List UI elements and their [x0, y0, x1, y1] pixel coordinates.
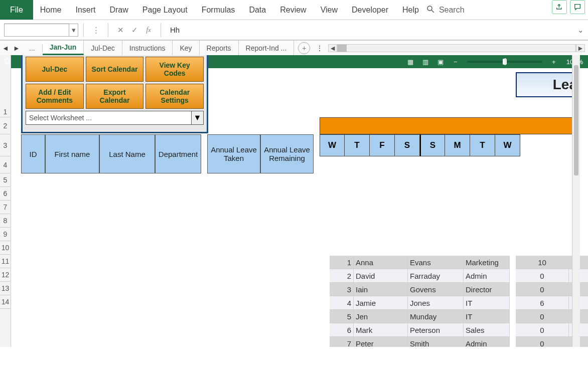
- fx-icon[interactable]: fx: [141, 26, 156, 34]
- panel-btn-settings[interactable]: Calendar Settings: [145, 84, 204, 109]
- row-header[interactable]: 6: [0, 187, 11, 201]
- cell-id[interactable]: 3: [330, 283, 354, 296]
- share-button[interactable]: [552, 0, 567, 14]
- tab-nav-next[interactable]: ►: [11, 44, 22, 52]
- ribbon-tab-data[interactable]: Data: [242, 0, 273, 20]
- row-header[interactable]: 2: [0, 117, 11, 134]
- panel-btn-comments[interactable]: Add / Edit Comments: [26, 84, 84, 109]
- tab-nav-prev[interactable]: ◄: [0, 44, 11, 52]
- sheet-tab-instructions[interactable]: Instructions: [122, 41, 173, 55]
- cell-first[interactable]: Anna: [354, 256, 408, 269]
- table-row[interactable]: 2DavidFarradayAdmin028: [330, 269, 588, 283]
- cell-first[interactable]: Jamie: [354, 296, 408, 310]
- cell-dept[interactable]: IT: [464, 310, 510, 323]
- table-row[interactable]: 6MarkPetersonSales027: [330, 323, 588, 337]
- cancel-icon[interactable]: ✕: [113, 26, 127, 35]
- cell-last[interactable]: Jones: [408, 296, 464, 310]
- name-box-dropdown[interactable]: ▾: [69, 24, 78, 37]
- formula-collapse-icon[interactable]: ⋮: [89, 26, 103, 35]
- cell-dept[interactable]: Sales: [464, 323, 510, 337]
- ribbon-tab-insert[interactable]: Insert: [68, 0, 102, 20]
- row-header[interactable]: 12: [0, 268, 11, 282]
- row-header[interactable]: 9: [0, 228, 11, 241]
- table-row[interactable]: 4JamieJonesIT620: [330, 296, 588, 310]
- ribbon-tab-pagelayout[interactable]: Page Layout: [135, 0, 195, 20]
- cell-first[interactable]: David: [354, 269, 408, 283]
- panel-btn-sort[interactable]: Sort Calendar: [86, 57, 144, 82]
- cell-id[interactable]: 2: [330, 269, 354, 283]
- sheet-tab-report-ind[interactable]: Report-Ind ...: [239, 41, 295, 55]
- zoom-in-icon[interactable]: +: [546, 58, 561, 66]
- ribbon-tab-draw[interactable]: Draw: [102, 0, 135, 20]
- view-normal-icon[interactable]: ▦: [403, 58, 418, 66]
- zoom-out-icon[interactable]: −: [448, 58, 463, 66]
- macro-record-icon[interactable]: [0, 58, 15, 66]
- row-header[interactable]: 5: [0, 173, 11, 187]
- cell-last[interactable]: Farraday: [408, 269, 464, 283]
- scroll-right-icon[interactable]: ►: [576, 44, 585, 52]
- add-sheet-button[interactable]: +: [298, 42, 310, 54]
- cell-dept[interactable]: IT: [464, 296, 510, 310]
- panel-btn-juldec[interactable]: Jul-Dec: [26, 57, 84, 82]
- cell-last[interactable]: Smith: [408, 337, 464, 347]
- row-header[interactable]: 4: [0, 156, 11, 173]
- cell-last[interactable]: Evans: [408, 256, 464, 269]
- cell-taken[interactable]: 0: [516, 283, 569, 296]
- formula-input[interactable]: [166, 24, 576, 37]
- tab-overflow[interactable]: ...: [22, 44, 43, 52]
- cell-last[interactable]: Peterson: [408, 323, 464, 337]
- table-row[interactable]: 1AnnaEvansMarketing1016: [330, 256, 588, 269]
- chevron-down-icon[interactable]: ▼: [192, 111, 204, 125]
- view-page-break-icon[interactable]: ▣: [433, 58, 448, 66]
- ribbon-tab-review[interactable]: Review: [273, 0, 313, 20]
- file-tab[interactable]: File: [0, 0, 33, 20]
- cell-first[interactable]: Jen: [354, 310, 408, 323]
- cell-taken[interactable]: 0: [516, 337, 569, 347]
- ribbon-tab-help[interactable]: Help: [395, 0, 426, 20]
- sheet-tab-reports[interactable]: Reports: [200, 41, 239, 55]
- panel-btn-export[interactable]: Export Calendar: [86, 84, 144, 109]
- enter-icon[interactable]: ✓: [127, 26, 141, 35]
- cell-dept[interactable]: Director: [464, 283, 510, 296]
- scroll-left-icon[interactable]: ◄: [328, 44, 337, 52]
- cell-first[interactable]: Peter: [354, 337, 408, 347]
- row-header[interactable]: 10: [0, 241, 11, 255]
- ribbon-tab-home[interactable]: Home: [33, 0, 69, 20]
- row-header[interactable]: 3: [0, 134, 11, 156]
- cell-dept[interactable]: Admin: [464, 337, 510, 347]
- table-row[interactable]: 7PeterSmithAdmin026: [330, 337, 588, 347]
- cell-taken[interactable]: 6: [516, 296, 569, 310]
- cell-dept[interactable]: Admin: [464, 269, 510, 283]
- cell-id[interactable]: 5: [330, 310, 354, 323]
- sheet-tab-janjun[interactable]: Jan-Jun: [43, 41, 84, 55]
- horizontal-scrollbar[interactable]: ◄ ►: [328, 44, 585, 52]
- ribbon-tab-developer[interactable]: Developer: [345, 0, 395, 20]
- cell-last[interactable]: Munday: [408, 310, 464, 323]
- cell-taken[interactable]: 0: [516, 323, 569, 337]
- cell-last[interactable]: Govens: [408, 283, 464, 296]
- sheet-tab-juldec[interactable]: Jul-Dec: [84, 41, 122, 55]
- cell-first[interactable]: Iain: [354, 283, 408, 296]
- sheet-tab-key[interactable]: Key: [173, 41, 199, 55]
- cell-id[interactable]: 7: [330, 337, 354, 347]
- search-box[interactable]: Search: [426, 0, 465, 20]
- cell-id[interactable]: 1: [330, 256, 354, 269]
- row-header[interactable]: 8: [0, 214, 11, 228]
- zoom-slider[interactable]: [467, 61, 542, 63]
- sheet-cells[interactable]: Jul-Dec Sort Calendar View Key Codes Add…: [11, 52, 580, 347]
- row-header[interactable]: 14: [0, 295, 11, 309]
- row-header[interactable]: 7: [0, 201, 11, 214]
- panel-btn-viewkey[interactable]: View Key Codes: [145, 57, 204, 82]
- table-row[interactable]: 3IainGovensDirector026: [330, 283, 588, 296]
- cell-id[interactable]: 4: [330, 296, 354, 310]
- ribbon-tab-view[interactable]: View: [314, 0, 345, 20]
- cell-id[interactable]: 6: [330, 323, 354, 337]
- cell-taken[interactable]: 0: [516, 310, 569, 323]
- cell-dept[interactable]: Marketing: [464, 256, 510, 269]
- formula-bar-expand-icon[interactable]: ⌄: [576, 26, 585, 35]
- panel-select-input[interactable]: [26, 111, 192, 125]
- view-page-layout-icon[interactable]: ▥: [418, 58, 433, 66]
- cell-taken[interactable]: 10: [516, 256, 569, 269]
- row-header[interactable]: 11: [0, 255, 11, 268]
- panel-worksheet-select[interactable]: ▼: [26, 111, 204, 125]
